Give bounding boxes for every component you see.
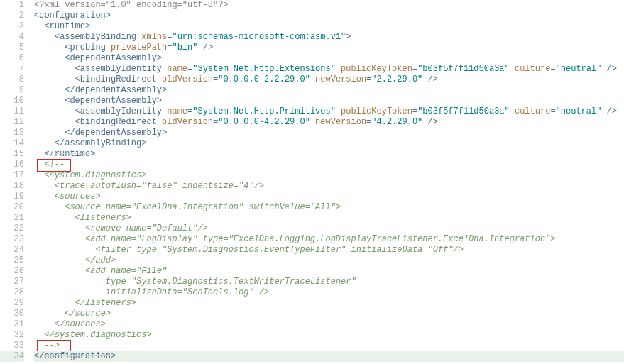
code-content[interactable]: <?xml version="1.0" encoding="utf-8"?><c…: [31, 0, 624, 362]
code-line[interactable]: <!--: [34, 160, 624, 170]
line-number: 34: [0, 351, 24, 362]
line-number: 17: [0, 170, 24, 181]
code-line[interactable]: initializeData="SeoTools.log" />: [34, 287, 624, 298]
code-line[interactable]: <runtime>: [34, 21, 624, 32]
code-line[interactable]: </sources>: [34, 319, 624, 330]
code-editor[interactable]: 1234567891011121314151617181920212223242…: [0, 0, 624, 362]
code-line[interactable]: -->: [34, 341, 624, 351]
line-number: 1: [0, 0, 24, 11]
code-line[interactable]: <trace autoflush="false" indentsize="4"/…: [34, 181, 624, 192]
code-line[interactable]: <bindingRedirect oldVersion="0.0.0.0-4.2…: [34, 117, 624, 128]
line-number: 3: [0, 21, 24, 32]
code-line[interactable]: <system.diagnostics>: [34, 170, 624, 181]
line-number: 15: [0, 149, 24, 160]
code-line[interactable]: </assemblyBinding>: [34, 138, 624, 149]
code-line[interactable]: <add name="LogDisplay" type="ExcelDna.Lo…: [34, 234, 624, 245]
line-number: 25: [0, 255, 24, 266]
code-line[interactable]: </runtime>: [34, 149, 624, 160]
code-line[interactable]: </source>: [34, 309, 624, 319]
code-line[interactable]: <remove name="Default"/>: [34, 224, 624, 234]
line-number: 5: [0, 43, 24, 53]
line-number: 2: [0, 11, 24, 21]
line-number: 27: [0, 277, 24, 287]
code-line[interactable]: <assemblyIdentity name="System.Net.Http.…: [34, 64, 624, 75]
line-number: 28: [0, 287, 24, 298]
code-line[interactable]: </configuration>: [34, 351, 624, 362]
code-line[interactable]: </dependentAssembly>: [34, 85, 624, 96]
line-number: 19: [0, 192, 24, 202]
line-number: 9: [0, 85, 24, 96]
code-line[interactable]: <assemblyIdentity name="System.Net.Http.…: [34, 106, 624, 117]
line-number-gutter: 1234567891011121314151617181920212223242…: [0, 0, 31, 362]
line-number: 29: [0, 298, 24, 309]
code-line[interactable]: </system.diagnostics>: [34, 330, 624, 341]
line-number: 6: [0, 53, 24, 64]
line-number: 10: [0, 96, 24, 106]
code-line[interactable]: <filter type="System.Diagnostics.EventTy…: [34, 245, 624, 255]
line-number: 14: [0, 138, 24, 149]
line-number: 7: [0, 64, 24, 75]
code-line[interactable]: <add name="File": [34, 266, 624, 277]
code-line[interactable]: <probing privatePath="bin" />: [34, 43, 624, 53]
line-number: 13: [0, 128, 24, 138]
code-line[interactable]: <dependentAssembly>: [34, 53, 624, 64]
line-number: 18: [0, 181, 24, 192]
code-line[interactable]: </dependentAssembly>: [34, 128, 624, 138]
line-number: 21: [0, 213, 24, 224]
code-line[interactable]: <assemblyBinding xmlns="urn:schemas-micr…: [34, 32, 624, 43]
line-number: 12: [0, 117, 24, 128]
code-line[interactable]: <sources>: [34, 192, 624, 202]
code-line[interactable]: </listeners>: [34, 298, 624, 309]
line-number: 22: [0, 224, 24, 234]
code-line[interactable]: <bindingRedirect oldVersion="0.0.0.0-2.2…: [34, 75, 624, 85]
line-number: 11: [0, 106, 24, 117]
code-line[interactable]: <?xml version="1.0" encoding="utf-8"?>: [34, 0, 624, 11]
line-number: 26: [0, 266, 24, 277]
code-line[interactable]: <configuration>: [34, 11, 624, 21]
line-number: 32: [0, 330, 24, 341]
line-number: 8: [0, 75, 24, 85]
line-number: 30: [0, 309, 24, 319]
line-number: 23: [0, 234, 24, 245]
code-line[interactable]: <dependentAssembly>: [34, 96, 624, 106]
line-number: 4: [0, 32, 24, 43]
code-line[interactable]: type="System.Diagnostics.TextWriterTrace…: [34, 277, 624, 287]
line-number: 31: [0, 319, 24, 330]
line-number: 24: [0, 245, 24, 255]
code-line[interactable]: <source name="ExcelDna.Integration" swit…: [34, 202, 624, 213]
line-number: 20: [0, 202, 24, 213]
line-number: 33: [0, 341, 24, 351]
code-line[interactable]: <listeners>: [34, 213, 624, 224]
line-number: 16: [0, 160, 24, 170]
code-line[interactable]: </add>: [34, 255, 624, 266]
